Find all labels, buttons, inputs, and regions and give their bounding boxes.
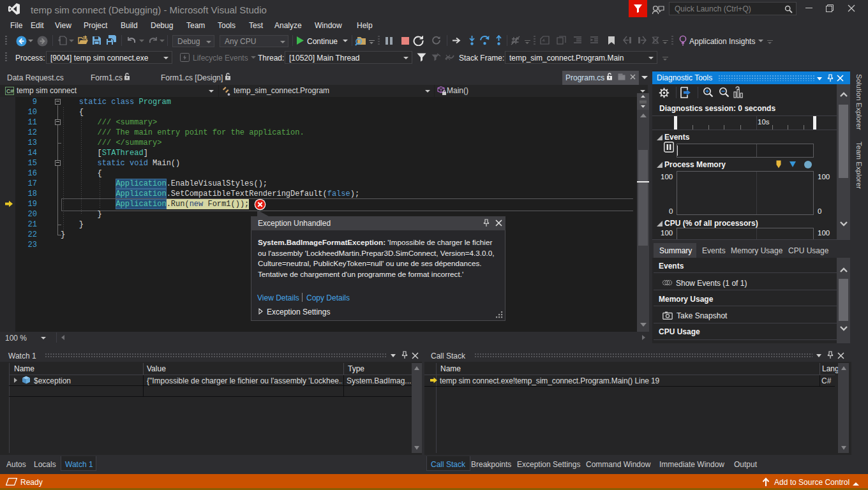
- svg-text:C#: C#: [6, 88, 14, 94]
